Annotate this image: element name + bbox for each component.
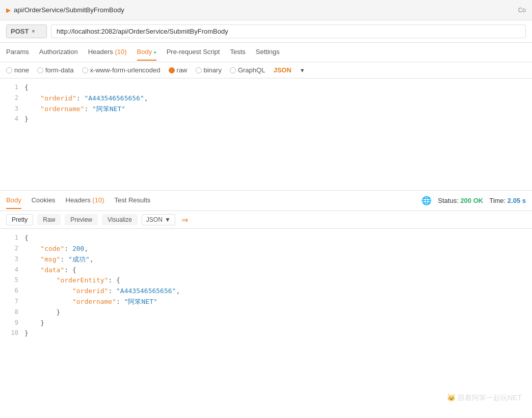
resp-line-10: 10 } xyxy=(0,328,532,339)
radio-form-data[interactable]: form-data xyxy=(37,66,74,74)
tab-body[interactable]: Body ● xyxy=(137,44,156,61)
tab-tests[interactable]: Tests xyxy=(230,44,245,61)
tab-params[interactable]: Params xyxy=(6,44,29,61)
radio-graphql-circle xyxy=(230,67,236,73)
preview-button[interactable]: Preview xyxy=(65,214,98,225)
tab-settings[interactable]: Settings xyxy=(256,44,280,61)
method-select[interactable]: POST ▼ xyxy=(6,24,47,38)
radio-form-data-circle xyxy=(37,67,43,73)
resp-line-5: 5 "orderEntity": { xyxy=(0,275,532,286)
method-label: POST xyxy=(11,28,29,35)
req-line-2: 2 "orderid": "A443546565656", xyxy=(0,93,532,104)
response-json-label: JSON xyxy=(146,216,163,223)
method-dropdown-icon: ▼ xyxy=(31,29,36,34)
radio-urlencoded-label: x-www-form-urlencoded xyxy=(90,66,161,74)
resp-line-8: 8 } xyxy=(0,307,532,318)
req-line-3: 3 "ordername": "阿笨NET" xyxy=(0,104,532,115)
resp-tab-body[interactable]: Body xyxy=(6,192,21,209)
response-body-editor: 1 { 2 "code": 200, 3 "msg": "成功", 4 "dat… xyxy=(0,229,532,343)
pretty-bar: Pretty Raw Preview Visualize JSON ▼ ⇒ xyxy=(0,211,532,229)
tab-authorization[interactable]: Authorization xyxy=(39,44,78,61)
resp-line-9: 9 } xyxy=(0,318,532,329)
json-type-label[interactable]: JSON xyxy=(273,66,291,74)
radio-form-data-label: form-data xyxy=(45,66,74,74)
resp-line-3: 3 "msg": "成功", xyxy=(0,254,532,265)
raw-button[interactable]: Raw xyxy=(37,214,61,225)
url-bar: POST ▼ xyxy=(0,20,532,43)
radio-none[interactable]: none xyxy=(6,66,29,74)
status-value: 200 OK xyxy=(460,197,483,204)
resp-tab-cookies[interactable]: Cookies xyxy=(32,192,56,209)
radio-urlencoded[interactable]: x-www-form-urlencoded xyxy=(82,66,161,74)
resp-line-1: 1 { xyxy=(0,233,532,244)
body-type-bar: none form-data x-www-form-urlencoded raw… xyxy=(0,62,532,79)
top-bar: ▶ api/OrderService/SubmitByFromBody Co xyxy=(0,0,532,20)
radio-none-label: none xyxy=(14,66,29,74)
radio-binary-label: binary xyxy=(204,66,222,74)
status-label: Status: 200 OK xyxy=(438,197,483,204)
tab-headers[interactable]: Headers (10) xyxy=(88,44,127,61)
radio-urlencoded-circle xyxy=(82,67,88,73)
request-title: api/OrderService/SubmitByFromBody xyxy=(14,6,124,14)
resp-line-6: 6 "orderid": "A443546565656", xyxy=(0,286,532,297)
radio-raw-circle xyxy=(169,67,175,73)
tab-pre-request-script[interactable]: Pre-request Script xyxy=(167,44,220,61)
wrap-icon[interactable]: ⇒ xyxy=(181,215,188,225)
resp-tab-test-results[interactable]: Test Results xyxy=(114,192,150,209)
radio-graphql[interactable]: GraphQL xyxy=(230,66,265,74)
radio-binary[interactable]: binary xyxy=(196,66,222,74)
request-body-editor[interactable]: 1 { 2 "orderid": "A443546565656", 3 "ord… xyxy=(0,79,532,191)
visualize-button[interactable]: Visualize xyxy=(102,214,138,225)
url-input[interactable] xyxy=(51,24,526,38)
radio-raw[interactable]: raw xyxy=(169,66,188,74)
req-line-4: 4 } xyxy=(0,114,532,125)
json-type-dropdown-icon[interactable]: ▼ xyxy=(300,67,305,73)
resp-line-2: 2 "code": 200, xyxy=(0,244,532,254)
expand-icon: ▶ xyxy=(6,7,11,14)
resp-line-4: 4 "data": { xyxy=(0,265,532,276)
request-tabs-bar: Params Authorization Headers (10) Body ●… xyxy=(0,43,532,62)
globe-icon: 🌐 xyxy=(421,196,432,205)
top-bar-right: Co xyxy=(518,7,526,14)
req-line-1: 1 { xyxy=(0,83,532,93)
time-value: 2.05 s xyxy=(508,197,526,204)
radio-raw-label: raw xyxy=(177,66,188,74)
response-section: Body Cookies Headers (10) Test Results 🌐… xyxy=(0,191,532,343)
radio-binary-circle xyxy=(196,67,202,73)
resp-tab-headers[interactable]: Headers (10) xyxy=(66,192,104,209)
response-json-dropdown[interactable]: JSON ▼ xyxy=(142,214,175,225)
radio-graphql-label: GraphQL xyxy=(238,66,265,74)
time-label: Time: 2.05 s xyxy=(489,197,526,204)
response-json-dropdown-icon: ▼ xyxy=(165,216,171,223)
response-status: 🌐 Status: 200 OK Time: 2.05 s xyxy=(421,196,526,205)
resp-line-7: 7 "ordername": "阿笨NET" xyxy=(0,297,532,307)
radio-none-circle xyxy=(6,67,12,73)
pretty-button[interactable]: Pretty xyxy=(6,214,33,225)
response-tabs-bar: Body Cookies Headers (10) Test Results 🌐… xyxy=(0,191,532,211)
